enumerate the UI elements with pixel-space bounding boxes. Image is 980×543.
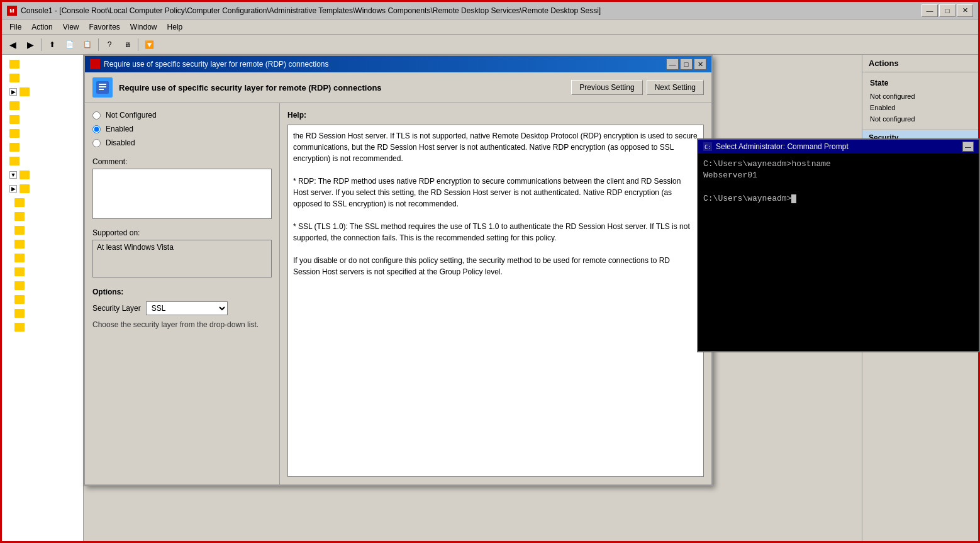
tree-item-19[interactable] [9,306,81,320]
tree-item-16[interactable] [9,265,81,279]
cmd-line-4: C:\Users\wayneadm> [703,193,974,204]
show-hide-button[interactable]: 📄 [62,37,78,52]
tree-item-7[interactable] [4,140,81,154]
state-table: State Not configured Enabled Not configu… [862,72,978,128]
supported-value: At least Windows Vista [92,240,272,277]
tree-item-3[interactable]: ▶ [4,85,81,99]
comment-textarea[interactable] [92,169,272,219]
comment-label: Comment: [92,157,272,166]
radio-enabled: Enabled [92,125,272,133]
cmd-minimize-button[interactable]: — [962,142,974,152]
menu-help[interactable]: Help [162,21,188,33]
tree-item-1[interactable] [4,57,81,71]
help-paragraph-3: * SSL (TLS 1.0): The SSL method requires… [293,221,698,244]
policy-dialog: Require use of specific security layer f… [84,55,713,486]
cmd-body[interactable]: C:\Users\wayneadm>hostname Webserver01 C… [698,154,979,351]
filter-button[interactable]: 🔽 [141,37,157,52]
not-configured-label: Not Configured [106,111,157,120]
folder-icon-18 [14,295,25,304]
options-description: Choose the security layer from the drop-… [92,320,272,329]
menu-favorites[interactable]: Favorites [84,21,125,33]
dialog-minimize-button[interactable]: — [666,59,679,70]
radio-not-configured: Not Configured [92,111,272,120]
dialog-title-bar: Require use of specific security layer f… [85,56,711,72]
cmd-controls: — [962,142,974,152]
help-text-area[interactable]: the RD Session Host server. If TLS is no… [287,125,704,477]
dialog-header-icon [92,77,113,98]
toolbar-separator-3 [138,38,138,51]
back-button[interactable]: ◀ [4,37,21,52]
folder-icon-1 [9,60,19,69]
tree-item-10[interactable]: ▶ [4,182,81,196]
enabled-label: Enabled [106,125,133,133]
folder-icon-2 [9,74,19,82]
svg-rect-3 [99,89,104,90]
folder-icon-11 [14,198,25,207]
folder-icon-5 [9,115,19,124]
state-header: State [866,76,974,90]
tree-item-18[interactable] [9,293,81,306]
disabled-radio[interactable] [92,139,101,147]
next-setting-button[interactable]: Next Setting [647,80,704,95]
tree-expand-10[interactable]: ▶ [9,185,17,193]
previous-setting-button[interactable]: Previous Setting [571,80,642,95]
enabled-radio[interactable] [92,125,101,133]
tree-item-11[interactable] [9,196,81,210]
tree-item-17[interactable] [9,279,81,293]
folder-icon-16 [14,267,25,276]
cmd-window: C: Select Administrator: Command Prompt … [697,138,980,352]
tree-item-12[interactable] [9,210,81,223]
folder-icon-15 [14,254,25,262]
properties-button[interactable]: 🖥 [119,37,135,52]
tree-item-9[interactable]: ▼ [4,168,81,182]
dialog-maximize-button[interactable]: □ [680,59,693,70]
tree-item-8[interactable] [4,154,81,168]
tree-expand-3[interactable]: ▶ [9,88,17,96]
folder-icon-6 [9,129,19,138]
maximize-button[interactable]: □ [939,4,955,17]
help-paragraph-4: If you disable or do not configure this … [293,255,698,277]
cmd-line-3 [703,181,974,193]
security-layer-select[interactable]: SSL RDP Negotiate [146,301,228,315]
tree-item-14[interactable] [9,237,81,251]
menu-view[interactable]: View [58,21,84,33]
cmd-title-bar: C: Select Administrator: Command Prompt … [698,140,979,154]
dialog-controls: — □ ✕ [666,59,706,70]
dialog-title-text: Require use of specific security layer f… [104,60,666,69]
close-button[interactable]: ✕ [957,4,973,17]
options-title: Options: [92,288,272,296]
menu-bar: File Action View Favorites Window Help [2,20,978,35]
actions-header: Actions [862,55,978,72]
tree-item-20[interactable] [9,320,81,334]
folder-icon-13 [14,226,25,235]
menu-action[interactable]: Action [26,21,57,33]
tree-item-5[interactable] [4,113,81,126]
actions-divider-1 [862,129,978,130]
dialog-close-button[interactable]: ✕ [694,59,706,70]
svg-rect-1 [99,84,106,85]
dialog-header-title: Require use of specific security layer f… [119,83,571,92]
tree-item-2[interactable] [4,71,81,85]
security-layer-row: Security Layer SSL RDP Negotiate [92,301,272,315]
folder-icon-4 [9,101,19,110]
state-row-2: Enabled [866,103,974,113]
up-button[interactable]: ⬆ [44,37,60,52]
tree-item-15[interactable] [9,251,81,265]
not-configured-radio[interactable] [92,111,101,120]
folder-icon-7 [9,143,19,152]
security-layer-label: Security Layer [92,304,141,313]
menu-file[interactable]: File [4,21,26,33]
new-window-button[interactable]: 📋 [79,37,96,52]
tree-expand-9[interactable]: ▼ [9,171,17,179]
forward-button[interactable]: ▶ [22,37,38,52]
tree-item-13[interactable] [9,223,81,237]
help-button[interactable]: ? [101,37,118,52]
svg-text:C:: C: [704,144,711,150]
cmd-cursor [791,194,796,203]
dialog-header: Require use of specific security layer f… [85,72,711,103]
cmd-line-2: Webserver01 [703,170,974,181]
tree-item-4[interactable] [4,99,81,113]
minimize-button[interactable]: — [922,4,938,17]
menu-window[interactable]: Window [125,21,162,33]
tree-item-6[interactable] [4,126,81,140]
